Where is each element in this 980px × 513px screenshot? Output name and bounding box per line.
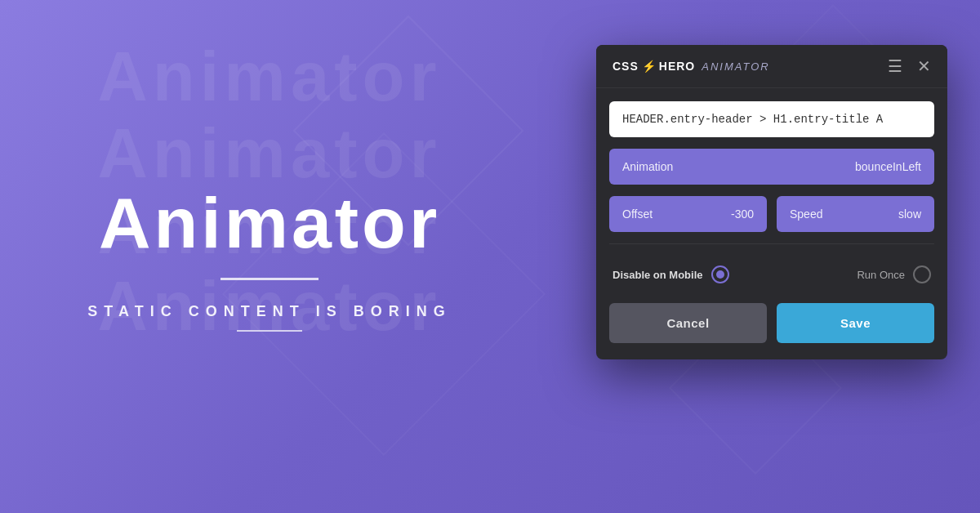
offset-label: Offset [622, 207, 653, 221]
animation-label: Animation [622, 160, 673, 173]
offset-value: -300 [731, 207, 754, 221]
logo-hero-text: HERO [659, 60, 695, 73]
disable-mobile-toggle[interactable] [711, 265, 729, 283]
watermark-line-1: Animator [0, 38, 539, 115]
panel-body: HEADER.entry-header > H1.entry-title A A… [596, 88, 947, 359]
panel-logo: CSS ⚡ HERO ANIMATOR [612, 60, 770, 73]
speed-value: slow [898, 207, 921, 221]
panel-header: CSS ⚡ HERO ANIMATOR ☰ ✕ [596, 45, 947, 88]
close-icon[interactable]: ✕ [917, 58, 931, 74]
disable-mobile-label: Disable on Mobile [612, 269, 703, 281]
run-once-group: Run Once [857, 265, 931, 283]
speed-field[interactable]: Speed slow [777, 196, 934, 232]
speed-label: Speed [790, 207, 822, 221]
divider [609, 243, 934, 244]
offset-field[interactable]: Offset -300 [609, 196, 767, 232]
cancel-button[interactable]: Cancel [609, 303, 767, 343]
logo-bolt-icon: ⚡ [642, 60, 656, 73]
offset-speed-row: Offset -300 Speed slow [609, 196, 934, 232]
animation-row[interactable]: Animation bounceInLeft [609, 149, 934, 185]
subtitle: STATIC CONTENT IS BORING [87, 303, 451, 320]
watermark-line-2: Animator [0, 115, 539, 192]
run-once-label: Run Once [857, 269, 905, 281]
selector-input[interactable]: HEADER.entry-header > H1.entry-title A [609, 101, 934, 137]
main-title: Animator [99, 181, 440, 265]
menu-icon[interactable]: ☰ [888, 58, 904, 74]
selector-value: HEADER.entry-header > H1.entry-title A [622, 113, 883, 126]
panel-controls: ☰ ✕ [888, 58, 931, 74]
logo-css-text: CSS [612, 60, 639, 73]
subtitle-underline [237, 330, 302, 332]
run-once-toggle[interactable] [913, 265, 931, 283]
toggle-row: Disable on Mobile Run Once [609, 257, 934, 292]
disable-mobile-group: Disable on Mobile [612, 265, 729, 283]
title-underline [220, 278, 318, 280]
save-button[interactable]: Save [777, 303, 934, 343]
animator-panel: CSS ⚡ HERO ANIMATOR ☰ ✕ HEADER.entry-hea… [596, 45, 947, 359]
logo-animator-text: ANIMATOR [702, 60, 769, 73]
button-row: Cancel Save [609, 303, 934, 343]
animation-value: bounceInLeft [855, 160, 921, 173]
left-content-area: Animator Animator Animator Animator Anim… [0, 0, 539, 513]
